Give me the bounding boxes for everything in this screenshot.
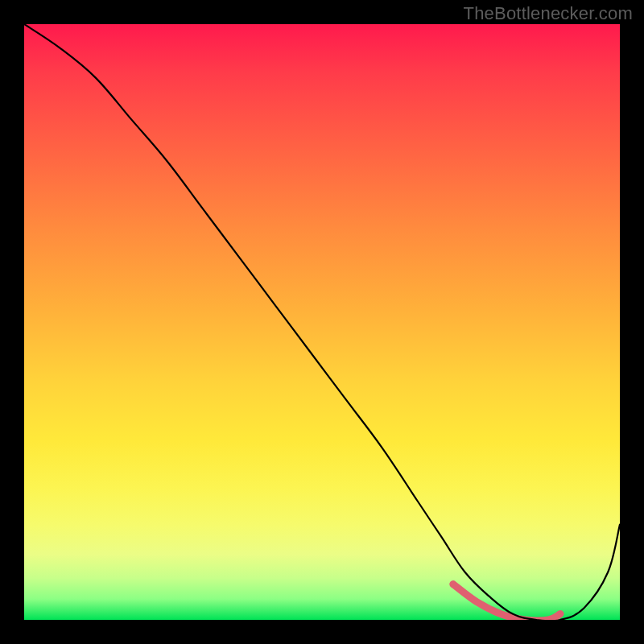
watermark-text: TheBottlenecker.com (464, 3, 633, 24)
chart-svg (24, 24, 620, 620)
chart-frame: TheBottlenecker.com (0, 0, 644, 644)
bottleneck-curve (24, 24, 620, 620)
plot-area (24, 24, 620, 620)
optimal-range-highlight (453, 584, 560, 620)
